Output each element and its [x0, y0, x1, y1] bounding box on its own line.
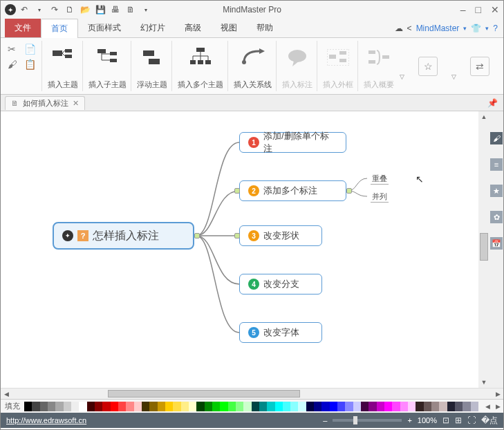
- color-swatch[interactable]: [196, 402, 204, 411]
- color-swatch[interactable]: [267, 402, 274, 411]
- color-swatch[interactable]: [79, 402, 86, 411]
- insert-subtopic-button[interactable]: 插入子主题: [84, 41, 131, 91]
- color-swatch[interactable]: [455, 402, 463, 411]
- sublabel-1[interactable]: 重叠: [371, 174, 389, 185]
- color-swatch[interactable]: [189, 402, 196, 411]
- scroll-left-icon[interactable]: ◀: [1, 391, 12, 398]
- scroll-down-icon[interactable]: ▼: [478, 377, 489, 388]
- color-swatch[interactable]: [228, 402, 236, 411]
- color-swatch[interactable]: [314, 402, 321, 411]
- ribbon-more-1[interactable]: ▽: [400, 73, 404, 80]
- color-swatch[interactable]: [424, 402, 431, 411]
- scroll-track[interactable]: [478, 122, 489, 377]
- color-swatch[interactable]: [337, 402, 345, 411]
- cut-icon[interactable]: ✂: [8, 44, 17, 55]
- floating-topic-button[interactable]: 浮动主题: [133, 41, 172, 91]
- color-swatch[interactable]: [416, 402, 423, 411]
- insert-callout-button[interactable]: 插入标注: [278, 41, 317, 91]
- tab-home[interactable]: 首页: [41, 19, 78, 38]
- child-node-1[interactable]: 1 添加/删除单个标注: [239, 132, 346, 153]
- color-swatch[interactable]: [40, 402, 48, 411]
- tab-page-style[interactable]: 页面样式: [78, 19, 131, 37]
- tshirt-icon[interactable]: 👕: [471, 24, 481, 33]
- mindmap-canvas[interactable]: ✦ ? 怎样插入标注 1 添加/删除单个标注 2 添加多个标注 3 改变形状 4…: [1, 111, 478, 388]
- color-swatch[interactable]: [252, 402, 259, 411]
- color-swatch[interactable]: [259, 402, 267, 411]
- fit-page-icon[interactable]: ⊡: [442, 415, 449, 425]
- tab-view[interactable]: 视图: [211, 19, 247, 37]
- color-swatch[interactable]: [212, 402, 220, 411]
- tab-advanced[interactable]: 高级: [175, 19, 211, 37]
- color-swatch[interactable]: [345, 402, 353, 411]
- insert-multi-topic-button[interactable]: 插入多个主题: [174, 41, 228, 91]
- connector-handle[interactable]: [234, 233, 240, 239]
- h-scroll-thumb[interactable]: [108, 390, 300, 398]
- color-swatch[interactable]: [220, 402, 227, 411]
- color-swatch[interactable]: [447, 402, 455, 411]
- color-swatch[interactable]: [243, 402, 251, 411]
- copy-icon[interactable]: 📄: [24, 44, 36, 55]
- help-icon[interactable]: ?: [493, 24, 498, 33]
- rail-history-button[interactable]: 📅: [490, 237, 503, 250]
- palette-right-icon[interactable]: ▶: [493, 403, 503, 410]
- fullscreen-icon[interactable]: ⛶: [467, 415, 476, 425]
- color-swatch[interactable]: [64, 402, 71, 411]
- color-swatch[interactable]: [431, 402, 439, 411]
- close-button[interactable]: ✕: [491, 4, 499, 15]
- color-swatch[interactable]: [205, 402, 212, 411]
- color-swatch[interactable]: [275, 402, 283, 411]
- save-icon[interactable]: 💾: [93, 3, 107, 17]
- zoom-out-button[interactable]: –: [323, 416, 327, 424]
- color-swatch[interactable]: [181, 402, 189, 411]
- paste-icon[interactable]: 📋: [24, 59, 36, 70]
- redo-icon[interactable]: ↷: [48, 3, 62, 17]
- color-swatch[interactable]: [463, 402, 470, 411]
- color-swatch[interactable]: [306, 402, 314, 411]
- color-swatch[interactable]: [32, 402, 39, 411]
- export-icon[interactable]: 🗎: [124, 3, 138, 17]
- child-node-4[interactable]: 4 改变分支: [239, 274, 322, 295]
- color-swatch[interactable]: [149, 402, 157, 411]
- color-swatch[interactable]: [48, 402, 55, 411]
- tab-slideshow[interactable]: 幻灯片: [131, 19, 175, 37]
- child-node-5[interactable]: 5 改变字体: [239, 322, 322, 343]
- color-swatch[interactable]: [111, 402, 118, 411]
- color-swatch[interactable]: [377, 402, 384, 411]
- brand-caret-icon[interactable]: ▾: [463, 25, 467, 32]
- color-swatch[interactable]: [330, 402, 337, 411]
- insert-relation-button[interactable]: 插入关系线: [230, 41, 277, 91]
- qat-dropdown-1[interactable]: ▾: [32, 3, 46, 17]
- color-swatch[interactable]: [408, 402, 416, 411]
- child-node-2[interactable]: 2 添加多个标注: [239, 180, 346, 201]
- tab-file[interactable]: 文件: [5, 19, 41, 37]
- palette-left-icon[interactable]: ◀: [483, 403, 493, 410]
- undo-icon[interactable]: ↶: [17, 3, 31, 17]
- cloud-icon[interactable]: ☁: [395, 24, 403, 33]
- color-swatch[interactable]: [95, 402, 102, 411]
- root-node[interactable]: ✦ ? 怎样插入标注: [53, 222, 194, 250]
- new-icon[interactable]: 🗋: [63, 3, 77, 17]
- color-swatch[interactable]: [102, 402, 110, 411]
- horizontal-scrollbar[interactable]: ◀ ▶: [1, 388, 503, 399]
- scroll-up-icon[interactable]: ▲: [478, 111, 489, 122]
- connector-handle[interactable]: [346, 188, 352, 194]
- color-swatch[interactable]: [400, 402, 408, 411]
- share-icon[interactable]: <: [407, 24, 412, 33]
- rail-clipart-button[interactable]: ✿: [490, 211, 503, 223]
- scroll-thumb[interactable]: [480, 233, 488, 261]
- color-swatch[interactable]: [321, 402, 329, 411]
- fit-width-icon[interactable]: ⊞: [455, 415, 462, 425]
- color-swatch[interactable]: [384, 402, 392, 411]
- vertical-scrollbar[interactable]: ▲ ▼: [478, 111, 489, 388]
- color-swatch[interactable]: [361, 402, 368, 411]
- color-swatch[interactable]: [236, 402, 243, 411]
- color-swatches[interactable]: [24, 402, 478, 411]
- rail-icon-button[interactable]: ★: [490, 185, 503, 197]
- minimize-button[interactable]: –: [460, 4, 466, 15]
- color-swatch[interactable]: [71, 402, 79, 411]
- color-swatch[interactable]: [118, 402, 126, 411]
- format-painter-icon[interactable]: 🖌: [8, 59, 17, 70]
- color-swatch[interactable]: [158, 402, 165, 411]
- color-swatch[interactable]: [134, 402, 142, 411]
- color-swatch[interactable]: [353, 402, 361, 411]
